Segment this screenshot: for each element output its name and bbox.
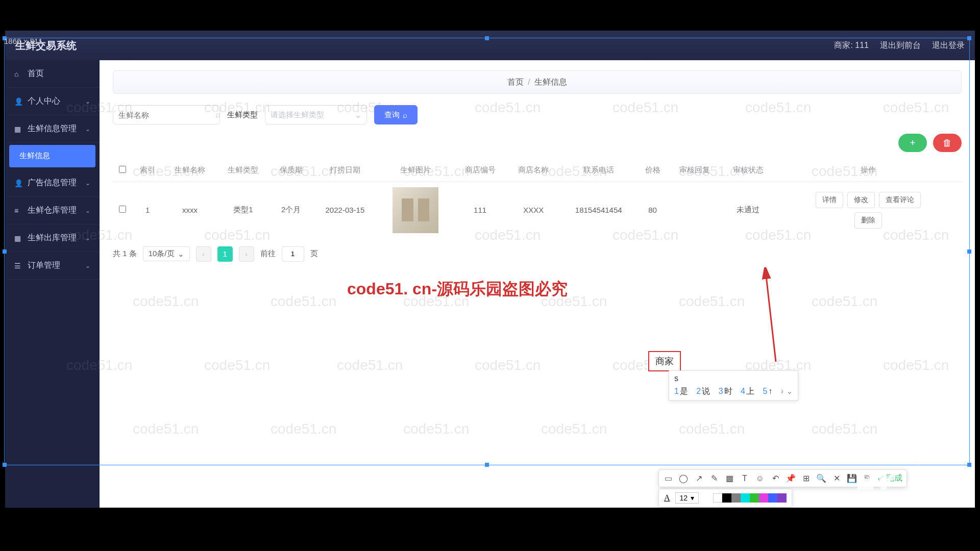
sidebar-item-fresh-info[interactable]: 生鲜信息 — [9, 145, 95, 167]
ime-cand-2[interactable]: 说 — [702, 387, 710, 395]
per-page-select[interactable]: 10条/页⌄ — [143, 246, 190, 261]
comment-button[interactable]: 查看评论 — [879, 192, 921, 208]
color-swatch-gray[interactable] — [731, 493, 741, 503]
chevron-down-icon: ⌄ — [85, 126, 90, 133]
type-select[interactable]: 请选择生鲜类型 ⌄ — [265, 105, 367, 124]
color-swatch-cyan[interactable] — [741, 493, 750, 503]
sidebar-label: 生鲜信息管理 — [28, 123, 77, 134]
per-page-label: 10条/页 — [149, 249, 175, 259]
screenshot-toolbar: ▭ ◯ ↗ ✎ ▩ T ☺ ↶ 📌 ⊞ 🔍 ✕ 💾 ⎘ ✔完成 — [658, 469, 907, 487]
sidebar-item-order-mgmt[interactable]: ☰订单管理⌄ — [5, 252, 100, 280]
color-swatch-black[interactable] — [722, 493, 731, 503]
total-label: 共 1 条 — [113, 249, 137, 259]
pin-icon[interactable]: 📌 — [786, 473, 796, 484]
arrow-tool-icon[interactable]: ↗ — [694, 473, 704, 484]
ime-candidate-box[interactable]: s 1是 2说 3时 4上 5↑ › ⌄ — [669, 370, 798, 400]
mosaic-tool-icon[interactable]: ▩ — [724, 473, 734, 484]
color-swatch-blue[interactable] — [768, 493, 777, 503]
th-img: 生鲜图片 — [378, 159, 453, 182]
color-swatch-red[interactable] — [704, 493, 713, 503]
chevron-down-icon: ⌄ — [85, 207, 90, 214]
row-checkbox[interactable] — [119, 206, 126, 213]
color-swatch-purple[interactable] — [777, 493, 787, 503]
dimension-label: 1866 × 811 — [4, 37, 43, 45]
sidebar-label: 首页 — [28, 68, 44, 79]
ime-cand-3[interactable]: 时 — [724, 387, 732, 395]
save-icon[interactable]: 💾 — [847, 473, 857, 484]
sticker-tool-icon[interactable]: ☺ — [755, 473, 765, 484]
list-icon: ≡ — [14, 207, 22, 215]
ime-input-box[interactable]: 商家 — [648, 351, 681, 371]
exit-to-front-link[interactable]: 退出到前台 — [880, 40, 921, 51]
ime-cand-5[interactable]: ↑ — [768, 387, 772, 395]
ellipse-tool-icon[interactable]: ◯ — [678, 473, 689, 484]
goto-input[interactable] — [282, 246, 304, 262]
cell-shopname: XXXX — [507, 182, 560, 238]
th-date: 打捞日期 — [312, 159, 378, 182]
pen-tool-icon[interactable]: ✎ — [709, 473, 719, 484]
grid-icon[interactable]: ⊞ — [801, 473, 811, 484]
next-page-button[interactable]: › — [239, 246, 254, 262]
undo-icon[interactable]: ↶ — [770, 473, 780, 484]
done-button[interactable]: ✔完成 — [877, 473, 902, 484]
name-input[interactable] — [118, 111, 215, 119]
ime-num: 2 — [696, 387, 701, 395]
th-type: 生鲜类型 — [216, 159, 270, 182]
text-tool-icon[interactable]: T — [740, 473, 750, 484]
ocr-icon[interactable]: 🔍 — [816, 473, 826, 484]
sidebar-item-fresh-mgmt[interactable]: ▦生鲜信息管理⌄ — [5, 115, 100, 143]
page-suffix: 页 — [310, 249, 318, 259]
color-swatches — [704, 493, 787, 503]
rect-tool-icon[interactable]: ▭ — [663, 473, 673, 484]
color-swatch-green[interactable] — [750, 493, 759, 503]
ime-cand-4[interactable]: 上 — [746, 387, 754, 395]
trash-icon: 🗑 — [943, 138, 952, 148]
cell-status: 未通过 — [722, 182, 775, 238]
sidebar-item-home[interactable]: ⌂首页 — [5, 60, 100, 88]
add-button[interactable]: + — [898, 134, 927, 152]
cell-reply — [668, 182, 722, 238]
search-icon: ⌕ — [403, 111, 407, 119]
th-idx: 索引 — [132, 159, 163, 182]
close-icon[interactable]: ✕ — [831, 473, 842, 484]
cell-img — [378, 182, 453, 238]
grid-icon: ▦ — [14, 125, 22, 133]
th-price: 价格 — [637, 159, 668, 182]
ime-num: 1 — [674, 387, 679, 395]
name-input-wrap[interactable]: ⌕ — [113, 105, 220, 124]
cell-name: xxxx — [163, 182, 217, 238]
font-size-select[interactable]: 12▾ — [675, 492, 699, 504]
breadcrumb-home[interactable]: 首页 — [507, 77, 524, 88]
detail-button[interactable]: 详情 — [816, 192, 843, 208]
edit-button[interactable]: 修改 — [847, 192, 875, 208]
query-button[interactable]: 查询⌕ — [374, 105, 418, 124]
color-swatch-magenta[interactable] — [759, 493, 768, 503]
thumbnail[interactable] — [393, 187, 438, 233]
page-1-button[interactable]: 1 — [217, 246, 233, 262]
th-shopname: 商店名称 — [507, 159, 560, 182]
delete-button[interactable]: 🗑 — [933, 134, 962, 152]
type-placeholder: 请选择生鲜类型 — [271, 110, 324, 120]
table-row: 1 xxxx 类型1 2个月 2022-03-15 111 XXXX 18154… — [113, 182, 962, 238]
th-op: 操作 — [775, 159, 962, 182]
chevron-down-icon: ⌄ — [85, 262, 90, 269]
sidebar-item-out-mgmt[interactable]: ▦生鲜出库管理⌄ — [5, 224, 100, 252]
ime-cand-1[interactable]: 是 — [680, 387, 688, 395]
chevron-down-icon: ⌄ — [85, 180, 90, 187]
logout-link[interactable]: 退出登录 — [932, 40, 965, 51]
grid-icon: ▦ — [14, 234, 22, 242]
sidebar-item-personal[interactable]: 👤个人中心⌄ — [5, 88, 100, 115]
sidebar-item-stock-mgmt[interactable]: ≡生鲜仓库管理⌄ — [5, 197, 100, 224]
sidebar-item-ad-mgmt[interactable]: 👤广告信息管理⌄ — [5, 169, 100, 197]
copy-icon[interactable]: ⎘ — [862, 473, 872, 484]
data-table: 索引 生鲜名称 生鲜类型 保质期 打捞日期 生鲜图片 商店编号 商店名称 联系电… — [113, 159, 962, 238]
breadcrumb: 首页 / 生鲜信息 — [113, 70, 962, 94]
color-swatch-white[interactable] — [713, 493, 722, 503]
prev-page-button[interactable]: ‹ — [196, 246, 211, 262]
select-all-checkbox[interactable] — [119, 166, 126, 173]
breadcrumb-current: 生鲜信息 — [534, 77, 567, 88]
breadcrumb-sep: / — [528, 78, 530, 87]
ime-num: 3 — [719, 387, 723, 395]
ime-more-icon[interactable]: › ⌄ — [781, 387, 793, 395]
row-delete-button[interactable]: 删除 — [854, 212, 882, 229]
